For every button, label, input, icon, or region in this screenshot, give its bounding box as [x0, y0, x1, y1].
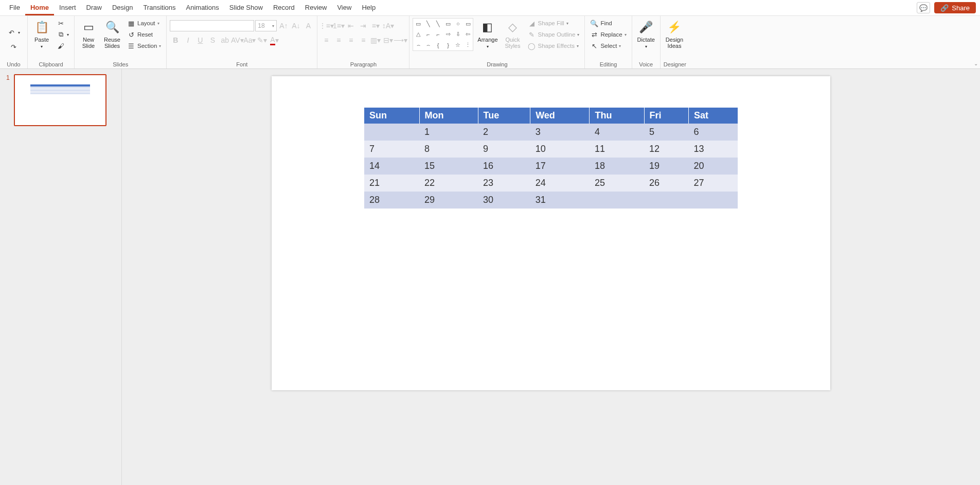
tab-design[interactable]: Design [107, 1, 138, 15]
redo-icon: ↷ [10, 43, 18, 51]
font-size-input[interactable]: 18▾ [255, 20, 277, 31]
replace-button[interactable]: ⇄Replace [588, 29, 628, 40]
cut-button[interactable]: ✂ [55, 18, 71, 28]
reuse-slides-icon: 🔍 [104, 19, 120, 36]
redo-button[interactable]: ↷ [8, 42, 20, 52]
speech-bubble-icon: 💬 [919, 4, 928, 12]
paste-button[interactable]: 📋 Paste▾ [31, 18, 52, 51]
tab-home[interactable]: Home [25, 1, 54, 15]
char-spacing-icon[interactable]: AV▾ [231, 34, 243, 46]
align-right-icon[interactable]: ≡ [345, 34, 357, 46]
layout-icon: ▦ [127, 19, 135, 27]
dictate-button[interactable]: 🎤 Dictate▾ [635, 18, 657, 51]
text-direction-icon[interactable]: ↕A▾ [382, 20, 394, 31]
select-icon: ↖ [590, 42, 598, 50]
tab-view[interactable]: View [332, 1, 357, 15]
highlight-icon[interactable]: ✎▾ [256, 34, 268, 46]
find-icon: 🔍 [590, 19, 598, 27]
group-label-paragraph: Paragraph [320, 61, 406, 68]
format-painter-button[interactable]: 🖌 [55, 41, 71, 51]
tab-draw[interactable]: Draw [81, 1, 107, 15]
menu-tabs: File Home Insert Draw Design Transitions… [0, 0, 980, 16]
reset-icon: ↺ [127, 30, 135, 39]
smartart-icon[interactable]: ⟶▾ [395, 34, 406, 46]
section-icon: ☰ [127, 42, 135, 50]
group-label-clipboard: Clipboard [31, 61, 71, 68]
mic-icon: 🎤 [638, 19, 654, 36]
bullets-icon[interactable]: ⋮≡▾ [320, 20, 332, 31]
group-label-slides: Slides [78, 61, 163, 68]
undo-button[interactable]: ↶▾ [6, 27, 22, 38]
shape-effects-button[interactable]: ◯Shape Effects [526, 41, 582, 51]
strike-icon[interactable]: S [207, 34, 218, 46]
tab-help[interactable]: Help [357, 1, 381, 15]
reuse-slides-button[interactable]: 🔍 Reuse Slides [101, 18, 123, 50]
new-slide-button[interactable]: ▭ New Slide [78, 18, 99, 50]
reset-button[interactable]: ↺Reset [125, 29, 163, 40]
tab-record[interactable]: Record [268, 1, 300, 15]
ribbon: ↶▾ ↷ Undo 📋 Paste▾ ✂ ⧉▾ 🖌 Clipboard ▭ Ne… [0, 16, 980, 69]
tab-file[interactable]: File [4, 1, 25, 15]
tab-insert[interactable]: Insert [54, 1, 81, 15]
effects-icon: ◯ [528, 42, 536, 50]
columns-icon[interactable]: ▥▾ [370, 34, 381, 46]
collapse-ribbon-icon[interactable]: ⌄ [974, 61, 978, 66]
align-left-icon[interactable]: ≡ [320, 34, 332, 46]
underline-icon[interactable]: U [194, 34, 206, 46]
outline-icon: ✎ [528, 30, 536, 39]
shapes-gallery[interactable]: ▭╲╲▭○▭ △⌐⌐⇨⇩⇦ ⌢⌢{}☆⋮ [413, 18, 473, 51]
new-slide-icon: ▭ [80, 19, 97, 36]
arrange-icon: ◧ [479, 19, 496, 36]
group-label-designer: Designer [664, 61, 686, 68]
replace-icon: ⇄ [590, 30, 598, 39]
decrease-font-icon[interactable]: A↓ [290, 20, 301, 31]
clear-formatting-icon[interactable]: A [302, 20, 314, 31]
group-label-font: Font [170, 61, 314, 68]
tab-transitions[interactable]: Transitions [138, 1, 181, 15]
share-label: Share [952, 4, 970, 12]
find-button[interactable]: 🔍Find [588, 18, 628, 28]
quick-styles-icon: ◇ [505, 19, 521, 36]
section-button[interactable]: ☰Section [125, 41, 163, 51]
group-label-undo: Undo [3, 61, 24, 68]
brush-icon: 🖌 [57, 42, 65, 50]
arrange-button[interactable]: ◧ Arrange▾ [475, 18, 500, 51]
quick-styles-button[interactable]: ◇ Quick Styles [502, 18, 524, 50]
paste-icon: 📋 [33, 19, 50, 36]
select-button[interactable]: ↖Select [588, 41, 628, 51]
group-label-drawing: Drawing [413, 61, 581, 68]
change-case-icon[interactable]: Aa▾ [244, 34, 255, 46]
cut-icon: ✂ [57, 19, 65, 27]
undo-icon: ↶ [8, 28, 16, 37]
justify-icon[interactable]: ≡ [358, 34, 369, 46]
tab-animations[interactable]: Animations [181, 1, 224, 15]
increase-font-icon[interactable]: A↑ [278, 20, 289, 31]
group-label-editing: Editing [588, 61, 628, 68]
share-button[interactable]: 🔗Share [934, 2, 976, 13]
shape-outline-button[interactable]: ✎Shape Outline [526, 29, 582, 40]
comments-button[interactable]: 💬 [917, 2, 930, 13]
font-color-icon[interactable]: A▾ [269, 34, 280, 46]
share-icon: 🔗 [940, 4, 949, 12]
align-text-icon[interactable]: ⊟▾ [382, 34, 394, 46]
layout-button[interactable]: ▦Layout [125, 18, 163, 28]
design-ideas-button[interactable]: ⚡ Design Ideas [664, 18, 685, 50]
decrease-indent-icon[interactable]: ⇤ [345, 20, 357, 31]
font-name-input[interactable] [170, 20, 254, 31]
tab-review[interactable]: Review [300, 1, 332, 15]
tab-slideshow[interactable]: Slide Show [224, 1, 268, 15]
bold-icon[interactable]: B [170, 34, 181, 46]
line-spacing-icon[interactable]: ≡▾ [370, 20, 381, 31]
increase-indent-icon[interactable]: ⇥ [358, 20, 369, 31]
align-center-icon[interactable]: ≡ [333, 34, 344, 46]
fill-icon: ◢ [528, 19, 536, 27]
shadow-icon[interactable]: ab [219, 34, 230, 46]
copy-button[interactable]: ⧉▾ [55, 29, 71, 40]
copy-icon: ⧉ [57, 30, 65, 39]
design-ideas-icon: ⚡ [666, 19, 683, 36]
numbering-icon[interactable]: 1≡▾ [333, 20, 344, 31]
italic-icon[interactable]: I [182, 34, 193, 46]
shape-fill-button[interactable]: ◢Shape Fill [526, 18, 582, 28]
group-label-voice: Voice [635, 61, 657, 68]
